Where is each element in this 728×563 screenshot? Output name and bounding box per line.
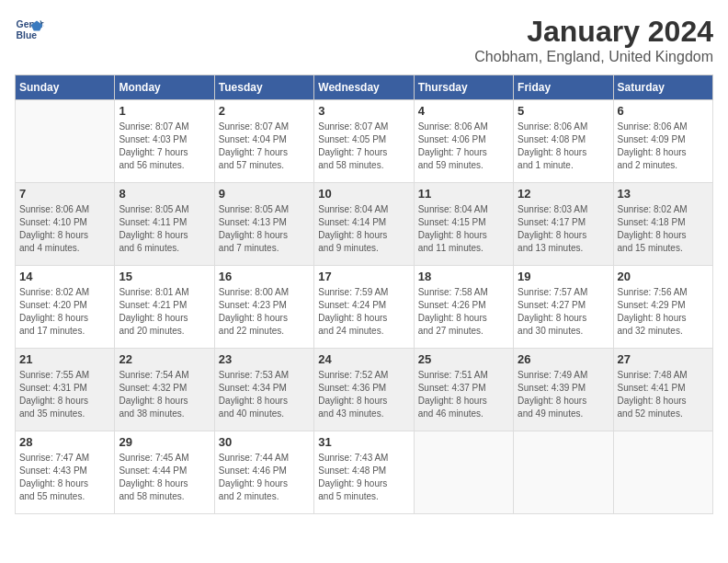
page-header: General Blue January 2024 Chobham, Engla…	[15, 15, 713, 65]
day-info: Sunrise: 8:07 AM Sunset: 4:04 PM Dayligh…	[219, 121, 310, 172]
day-info: Sunrise: 7:58 AM Sunset: 4:26 PM Dayligh…	[418, 286, 509, 338]
day-number: 7	[19, 187, 110, 201]
table-row: 23Sunrise: 7:53 AM Sunset: 4:34 PM Dayli…	[214, 349, 313, 431]
day-info: Sunrise: 8:01 AM Sunset: 4:21 PM Dayligh…	[119, 286, 210, 338]
weekday-header-row: Sunday Monday Tuesday Wednesday Thursday…	[16, 75, 713, 100]
day-number: 13	[618, 187, 709, 201]
day-info: Sunrise: 8:06 AM Sunset: 4:09 PM Dayligh…	[618, 121, 709, 172]
calendar-week-row: 7Sunrise: 8:06 AM Sunset: 4:10 PM Daylig…	[16, 183, 713, 266]
day-info: Sunrise: 7:45 AM Sunset: 4:44 PM Dayligh…	[119, 452, 210, 503]
day-info: Sunrise: 7:44 AM Sunset: 4:46 PM Dayligh…	[219, 452, 310, 503]
table-row: 17Sunrise: 7:59 AM Sunset: 4:24 PM Dayli…	[314, 266, 414, 349]
day-number: 4	[418, 104, 509, 118]
day-number: 14	[19, 270, 110, 283]
day-number: 8	[119, 187, 210, 201]
day-number: 3	[318, 104, 409, 118]
day-info: Sunrise: 8:04 AM Sunset: 4:14 PM Dayligh…	[318, 203, 409, 255]
day-info: Sunrise: 7:52 AM Sunset: 4:36 PM Dayligh…	[318, 369, 409, 420]
table-row: 15Sunrise: 8:01 AM Sunset: 4:21 PM Dayli…	[115, 266, 214, 349]
table-row: 25Sunrise: 7:51 AM Sunset: 4:37 PM Dayli…	[414, 349, 513, 431]
day-info: Sunrise: 7:54 AM Sunset: 4:32 PM Dayligh…	[119, 369, 210, 420]
day-info: Sunrise: 7:57 AM Sunset: 4:27 PM Dayligh…	[518, 286, 609, 338]
day-number: 28	[19, 435, 110, 449]
day-info: Sunrise: 8:07 AM Sunset: 4:05 PM Dayligh…	[318, 121, 409, 172]
day-number: 10	[318, 187, 409, 201]
logo: General Blue	[15, 15, 44, 44]
day-number: 21	[19, 352, 110, 366]
day-number: 6	[618, 104, 709, 118]
table-row	[414, 431, 513, 514]
table-row: 2Sunrise: 8:07 AM Sunset: 4:04 PM Daylig…	[214, 100, 313, 183]
table-row: 10Sunrise: 8:04 AM Sunset: 4:14 PM Dayli…	[314, 183, 414, 266]
day-info: Sunrise: 8:05 AM Sunset: 4:11 PM Dayligh…	[119, 203, 210, 255]
day-info: Sunrise: 8:06 AM Sunset: 4:10 PM Dayligh…	[19, 203, 110, 255]
table-row: 16Sunrise: 8:00 AM Sunset: 4:23 PM Dayli…	[214, 266, 313, 349]
day-number: 17	[318, 270, 409, 283]
day-info: Sunrise: 7:48 AM Sunset: 4:41 PM Dayligh…	[618, 369, 709, 420]
day-info: Sunrise: 7:53 AM Sunset: 4:34 PM Dayligh…	[219, 369, 310, 420]
table-row: 3Sunrise: 8:07 AM Sunset: 4:05 PM Daylig…	[314, 100, 414, 183]
day-info: Sunrise: 7:49 AM Sunset: 4:39 PM Dayligh…	[518, 369, 609, 420]
table-row: 9Sunrise: 8:05 AM Sunset: 4:13 PM Daylig…	[214, 183, 313, 266]
day-info: Sunrise: 8:06 AM Sunset: 4:08 PM Dayligh…	[518, 121, 609, 172]
table-row: 7Sunrise: 8:06 AM Sunset: 4:10 PM Daylig…	[16, 183, 115, 266]
table-row	[613, 431, 712, 514]
title-section: January 2024 Chobham, England, United Ki…	[474, 15, 713, 65]
day-number: 16	[219, 270, 310, 283]
day-number: 11	[418, 187, 509, 201]
day-number: 30	[219, 435, 310, 449]
day-number: 5	[518, 104, 609, 118]
day-number: 1	[119, 104, 210, 118]
table-row: 20Sunrise: 7:56 AM Sunset: 4:29 PM Dayli…	[613, 266, 712, 349]
day-info: Sunrise: 7:43 AM Sunset: 4:48 PM Dayligh…	[318, 452, 409, 503]
day-info: Sunrise: 8:00 AM Sunset: 4:23 PM Dayligh…	[219, 286, 310, 338]
calendar-week-row: 28Sunrise: 7:47 AM Sunset: 4:43 PM Dayli…	[16, 431, 713, 514]
day-number: 15	[119, 270, 210, 283]
day-number: 20	[618, 270, 709, 283]
table-row: 1Sunrise: 8:07 AM Sunset: 4:03 PM Daylig…	[115, 100, 214, 183]
svg-text:Blue: Blue	[17, 30, 38, 40]
table-row: 8Sunrise: 8:05 AM Sunset: 4:11 PM Daylig…	[115, 183, 214, 266]
table-row: 27Sunrise: 7:48 AM Sunset: 4:41 PM Dayli…	[613, 349, 712, 431]
table-row: 29Sunrise: 7:45 AM Sunset: 4:44 PM Dayli…	[115, 431, 214, 514]
day-number: 31	[318, 435, 409, 449]
day-info: Sunrise: 7:55 AM Sunset: 4:31 PM Dayligh…	[19, 369, 110, 420]
day-info: Sunrise: 8:05 AM Sunset: 4:13 PM Dayligh…	[219, 203, 310, 255]
day-number: 19	[518, 270, 609, 283]
day-number: 18	[418, 270, 509, 283]
day-info: Sunrise: 8:02 AM Sunset: 4:18 PM Dayligh…	[618, 203, 709, 255]
table-row: 21Sunrise: 7:55 AM Sunset: 4:31 PM Dayli…	[16, 349, 115, 431]
day-info: Sunrise: 7:59 AM Sunset: 4:24 PM Dayligh…	[318, 286, 409, 338]
calendar-subtitle: Chobham, England, United Kingdom	[474, 49, 713, 65]
header-sunday: Sunday	[16, 75, 115, 100]
day-info: Sunrise: 8:06 AM Sunset: 4:06 PM Dayligh…	[418, 121, 509, 172]
day-number: 12	[518, 187, 609, 201]
table-row: 13Sunrise: 8:02 AM Sunset: 4:18 PM Dayli…	[613, 183, 712, 266]
calendar-week-row: 21Sunrise: 7:55 AM Sunset: 4:31 PM Dayli…	[16, 349, 713, 431]
calendar-week-row: 1Sunrise: 8:07 AM Sunset: 4:03 PM Daylig…	[16, 100, 713, 183]
table-row: 26Sunrise: 7:49 AM Sunset: 4:39 PM Dayli…	[514, 349, 613, 431]
table-row: 22Sunrise: 7:54 AM Sunset: 4:32 PM Dayli…	[115, 349, 214, 431]
table-row: 14Sunrise: 8:02 AM Sunset: 4:20 PM Dayli…	[16, 266, 115, 349]
table-row: 19Sunrise: 7:57 AM Sunset: 4:27 PM Dayli…	[514, 266, 613, 349]
calendar-week-row: 14Sunrise: 8:02 AM Sunset: 4:20 PM Dayli…	[16, 266, 713, 349]
day-info: Sunrise: 8:07 AM Sunset: 4:03 PM Dayligh…	[119, 121, 210, 172]
table-row: 24Sunrise: 7:52 AM Sunset: 4:36 PM Dayli…	[314, 349, 414, 431]
day-number: 2	[219, 104, 310, 118]
table-row: 4Sunrise: 8:06 AM Sunset: 4:06 PM Daylig…	[414, 100, 513, 183]
day-number: 22	[119, 352, 210, 366]
day-number: 25	[418, 352, 509, 366]
day-number: 23	[219, 352, 310, 366]
header-monday: Monday	[115, 75, 214, 100]
day-info: Sunrise: 7:51 AM Sunset: 4:37 PM Dayligh…	[418, 369, 509, 420]
table-row: 5Sunrise: 8:06 AM Sunset: 4:08 PM Daylig…	[514, 100, 613, 183]
day-info: Sunrise: 7:47 AM Sunset: 4:43 PM Dayligh…	[19, 452, 110, 503]
day-number: 9	[219, 187, 310, 201]
day-number: 27	[618, 352, 709, 366]
logo-icon: General Blue	[15, 15, 44, 44]
calendar-table: Sunday Monday Tuesday Wednesday Thursday…	[15, 75, 713, 514]
header-tuesday: Tuesday	[214, 75, 313, 100]
day-number: 26	[518, 352, 609, 366]
header-friday: Friday	[514, 75, 613, 100]
table-row: 18Sunrise: 7:58 AM Sunset: 4:26 PM Dayli…	[414, 266, 513, 349]
